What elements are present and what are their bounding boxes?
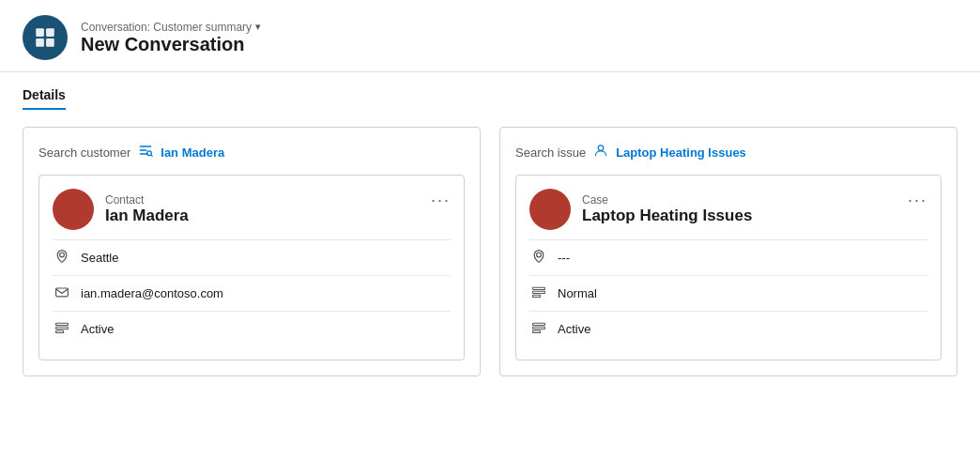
svg-rect-21 [533,330,541,332]
header-text: Conversation: Customer summary ▾ New Con… [81,21,261,55]
issue-search-row: Search issue Laptop Heating Issues [515,143,942,161]
issue-card-type: Case [582,193,752,207]
issue-card-header: Case Laptop Heating Issues ··· [529,189,927,230]
svg-rect-17 [533,291,545,293]
tab-details[interactable]: Details [23,87,66,110]
issue-card-more-button[interactable]: ··· [908,191,927,210]
issue-panel: Search issue Laptop Heating Issues Case … [499,127,957,376]
svg-rect-2 [36,38,44,47]
app-icon [23,15,68,60]
issue-priority-value: Normal [558,286,597,300]
svg-rect-3 [46,38,54,47]
customer-search-value[interactable]: Ian Madera [161,146,224,160]
location-icon [53,249,71,267]
issue-search-value[interactable]: Laptop Heating Issues [616,146,746,160]
customer-email-value: ian.madera@contoso.com [81,286,223,300]
customer-search-label: Search customer [38,146,130,160]
svg-point-9 [60,253,65,257]
svg-rect-20 [533,327,545,329]
tabs-bar: Details [0,72,980,110]
svg-rect-1 [46,28,54,37]
issue-avatar [529,189,571,230]
issue-status-value: Active [558,322,590,336]
customer-location-row: Seattle [53,240,451,276]
issue-card: Case Laptop Heating Issues ··· --- [515,175,942,360]
issue-status-icon [529,320,548,338]
main-content: Search customer Ian Madera Contact [0,110,980,393]
customer-search-row: Search customer Ian Madera [38,143,465,161]
issue-id-row: --- [529,240,927,276]
svg-rect-4 [140,146,152,147]
svg-point-15 [537,253,542,257]
svg-rect-19 [533,323,545,325]
header-title: New Conversation [81,34,261,55]
customer-card-more-button[interactable]: ··· [431,191,451,210]
customer-card: Contact Ian Madera ··· Seattle [38,175,465,360]
issue-priority-icon [529,284,548,302]
customer-card-header-left: Contact Ian Madera [53,189,189,230]
issue-card-header-left: Case Laptop Heating Issues [529,189,752,230]
issue-id-icon [529,249,548,267]
svg-line-8 [151,155,152,156]
issue-priority-row: Normal [529,276,927,312]
customer-panel: Search customer Ian Madera Contact [23,127,481,376]
customer-avatar [53,189,94,230]
svg-rect-18 [533,295,541,297]
header-subtitle: Conversation: Customer summary ▾ [81,21,261,34]
svg-rect-5 [140,149,147,151]
customer-title-area: Contact Ian Madera [105,193,189,225]
subtitle-text: Conversation: Customer summary [81,21,252,34]
issue-card-name: Laptop Heating Issues [582,207,752,225]
email-icon [53,284,71,302]
issue-title-area: Case Laptop Heating Issues [582,193,752,225]
customer-card-type: Contact [105,193,189,207]
chevron-down-icon[interactable]: ▾ [255,21,261,33]
issue-status-row: Active [529,312,927,346]
svg-rect-0 [36,28,44,37]
issue-card-rows: --- Normal [529,239,927,346]
svg-rect-13 [56,330,64,332]
svg-rect-10 [56,288,69,297]
customer-search-icon[interactable] [138,143,153,161]
issue-search-icon[interactable] [593,143,608,161]
svg-rect-16 [533,287,545,289]
customer-status-icon [53,320,71,338]
customer-card-name: Ian Madera [105,207,189,225]
header: Conversation: Customer summary ▾ New Con… [0,0,980,72]
customer-location-value: Seattle [81,251,118,265]
svg-rect-12 [56,327,69,329]
customer-card-header: Contact Ian Madera ··· [53,189,451,230]
customer-status-value: Active [81,322,114,336]
issue-search-label: Search issue [515,146,586,160]
customer-card-rows: Seattle ian.madera@contoso.com [53,239,451,346]
issue-id-value: --- [558,251,570,265]
svg-point-14 [598,146,604,151]
customer-status-row: Active [53,312,451,346]
svg-rect-11 [56,323,69,325]
customer-email-row: ian.madera@contoso.com [53,276,451,312]
